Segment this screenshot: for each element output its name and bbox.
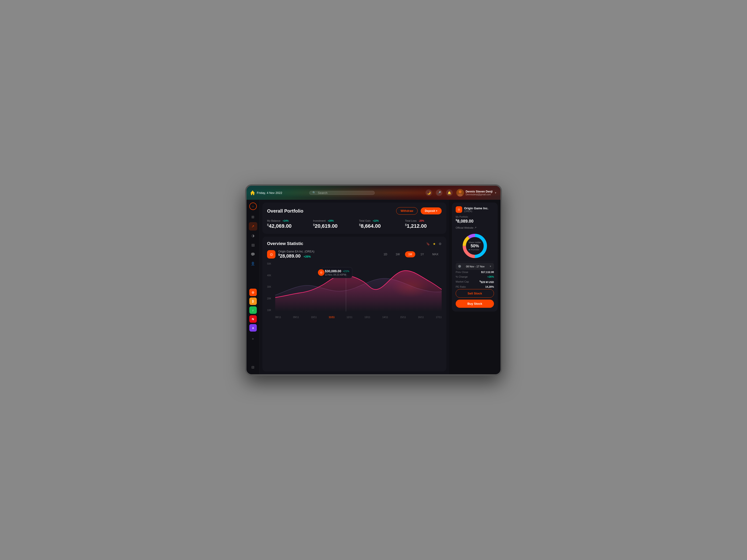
stock-card-name: Origin Game Inc.	[464, 207, 488, 210]
portfolio-header: Overall Portfolio Withdraw Deposit +	[267, 207, 442, 215]
donut-chart: Share Holder 50% ● Promoter	[456, 232, 494, 260]
portfolio-section: Overall Portfolio Withdraw Deposit + My …	[262, 203, 446, 234]
portfolio-title: Overall Portfolio	[267, 208, 304, 214]
sidebar: ○ ⊞ ↗ ◑ ▤ 💬 👤 ⊙ ₿ ♪ N ∧ + ⊟	[247, 200, 260, 374]
avatar	[456, 189, 464, 196]
sidebar-item-analytics[interactable]: ◑	[249, 232, 257, 240]
tooltip-price: $30,089.00	[325, 269, 341, 273]
donut-label: Share Holder 50% ● Promoter	[468, 241, 481, 251]
external-link-icon: ↗	[474, 226, 476, 229]
gain-value: $8,664.00	[359, 223, 396, 229]
stock-details: Origin Game EA Inc. (OREA) $28,089.00 +2…	[278, 250, 314, 259]
sidebar-item-profile[interactable]: 👤	[249, 260, 257, 268]
stat-pct-change: % Change +26%	[456, 275, 494, 278]
donut-value: 50%	[468, 244, 481, 248]
chart-header: Overview Statistic 🔖 ★ ⚙	[267, 241, 442, 246]
svg-point-1	[459, 190, 462, 193]
filter-1y[interactable]: 1Y	[417, 251, 427, 257]
sidebar-item-trends[interactable]: ↗	[249, 222, 257, 231]
search-bar[interactable]: 🔍	[309, 191, 375, 195]
sidebar-app-bitcoin[interactable]: ₿	[249, 297, 257, 305]
stock-price: $28,089.00	[278, 254, 301, 259]
right-panel: ⊙ Origin Game Inc. (OREA) My Portfolio $…	[449, 200, 500, 374]
stat-gain: Total Gain +22% $8,664.00	[359, 219, 396, 229]
mic-icon[interactable]: 🎤	[436, 189, 442, 196]
stats-grid: Prev Close $17,112.00 % Change +26% Mark…	[456, 271, 494, 288]
sell-stock-button[interactable]: Sell Stock	[456, 289, 494, 298]
y-axis-labels: 50K 40K 30K 20K 10K	[267, 263, 275, 312]
filter-1m[interactable]: 1M	[405, 251, 415, 257]
investment-value: $20,619.00	[313, 223, 350, 229]
stock-name-label: Origin Game EA Inc. (OREA)	[278, 250, 314, 253]
app-container: Friday, 4 Nov 2022 🔍 🌙 🎤 🔔 Dennis Steven	[245, 184, 502, 376]
withdraw-button[interactable]: Withdraw	[396, 207, 418, 215]
sidebar-item-messages[interactable]: 💬	[249, 250, 257, 259]
sidebar-item-reports[interactable]: ▤	[249, 241, 257, 249]
header-date: Friday, 4 Nov 2022	[250, 190, 282, 195]
stat-loss: Total Loss -20% $1,212.00	[405, 219, 442, 229]
stock-change: +26%	[304, 255, 311, 258]
chart-svg	[275, 263, 442, 312]
stock-logo: ⊙	[267, 250, 276, 259]
sidebar-app-spotify[interactable]: ♪	[249, 306, 257, 314]
bookmark-icon[interactable]: 🔖	[426, 242, 430, 246]
stat-prev-close: Prev Close $17,112.00	[456, 271, 494, 273]
time-filters: 1D 1W 1M 1Y MAX	[380, 251, 442, 257]
search-input[interactable]	[318, 191, 371, 195]
sidebar-app-origin[interactable]: ⊙	[249, 289, 257, 296]
tooltip-date: 13 Nov, 08:20:40PM	[325, 273, 350, 276]
sidebar-settings[interactable]: ⊟	[249, 363, 257, 371]
portfolio-stats: My Balance +24% $42,069.00 Investment +2…	[267, 219, 442, 229]
header: Friday, 4 Nov 2022 🔍 🌙 🎤 🔔 Dennis Steven	[247, 186, 500, 200]
bell-icon[interactable]: 🔔	[446, 189, 453, 196]
stat-pe-ratio: PE Ratio 14,28%	[456, 285, 494, 288]
date-range-selector[interactable]: 🕐 08 Nov - 17 Nov ▼	[456, 263, 494, 270]
settings-icon[interactable]: ⚙	[439, 242, 442, 246]
official-website-link[interactable]: Official Website ↗	[456, 226, 494, 229]
moon-icon[interactable]: 🌙	[426, 189, 432, 196]
stock-card-header: ⊙ Origin Game Inc. (OREA)	[456, 206, 494, 213]
clock-icon: 🕐	[458, 265, 461, 268]
user-info: Dennis Steven Denji Dennisdenji@gmail.co…	[456, 189, 497, 196]
portfolio-amount: $8,089.00	[456, 219, 494, 224]
investment-badge: +28%	[328, 219, 334, 222]
tooltip-change: +21%	[343, 270, 349, 272]
header-actions: 🌙 🎤 🔔 Dennis Steven Denji Dennisdenji@gm…	[426, 189, 497, 196]
chevron-down-icon: ▼	[494, 192, 497, 194]
chart-section: Overview Statistic 🔖 ★ ⚙ ⊙ Origin Game E…	[262, 237, 446, 371]
sidebar-add-button[interactable]: +	[249, 335, 257, 343]
portfolio-buttons: Withdraw Deposit +	[396, 207, 442, 215]
main-container: ○ ⊞ ↗ ◑ ▤ 💬 👤 ⊙ ₿ ♪ N ∧ + ⊟ Overall Port…	[247, 200, 500, 374]
stock-card-ticker: (OREA)	[464, 210, 488, 213]
sidebar-item-dashboard[interactable]: ⊞	[249, 213, 257, 221]
search-icon: 🔍	[312, 191, 316, 194]
star-icon[interactable]: ★	[433, 242, 436, 246]
chevron-down-icon: ▼	[489, 265, 492, 268]
portfolio-label: My Portfolio	[456, 216, 494, 218]
chart-actions: 🔖 ★ ⚙	[426, 242, 442, 246]
chart-svg-area: ⊙ $30,089.00 +21% 13 Nov, 08:20:40PM	[275, 263, 442, 312]
tooltip-logo: ⊙	[318, 269, 325, 276]
filter-1w[interactable]: 1W	[392, 251, 403, 257]
sidebar-logo[interactable]: ○	[249, 203, 257, 210]
filter-max[interactable]: MAX	[429, 251, 442, 257]
content-area: Overall Portfolio Withdraw Deposit + My …	[260, 200, 449, 374]
stat-market-cap: Market Cap $$28 M USD	[456, 280, 494, 284]
x-axis-labels: 08/11 09/11 10/11 11/11 12/11 13/11 14/1…	[275, 316, 442, 319]
balance-badge: +24%	[283, 219, 289, 222]
chart-container: 50K 40K 30K 20K 10K	[267, 263, 442, 319]
stat-investment: Investment +28% $20,619.00	[313, 219, 350, 229]
stock-detail-card: ⊙ Origin Game Inc. (OREA) My Portfolio $…	[452, 203, 498, 312]
deposit-button[interactable]: Deposit +	[421, 208, 442, 214]
chart-title: Overview Statistic	[267, 241, 303, 246]
sidebar-app-5[interactable]: ∧	[249, 324, 257, 331]
chart-tooltip: ⊙ $30,089.00 +21% 13 Nov, 08:20:40PM	[322, 267, 353, 278]
home-icon	[250, 190, 255, 195]
sidebar-app-netflix[interactable]: N	[249, 315, 257, 323]
filter-1d[interactable]: 1D	[380, 251, 390, 257]
loss-value: $1,212.00	[405, 223, 442, 229]
gain-badge: +22%	[373, 219, 379, 222]
buy-stock-button[interactable]: Buy Stock	[456, 300, 494, 308]
stock-card-logo: ⊙	[456, 206, 462, 213]
loss-badge: -20%	[419, 219, 424, 222]
